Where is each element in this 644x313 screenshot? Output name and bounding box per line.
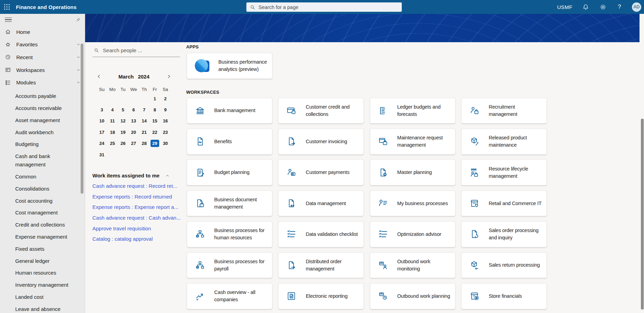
- chevron-down-icon[interactable]: [76, 55, 81, 59]
- page-search-box[interactable]: [246, 2, 402, 12]
- tile-data-management[interactable]: Data management: [278, 191, 364, 217]
- tile-customer-invoicing[interactable]: Customer invoicing: [278, 129, 364, 155]
- calendar-day[interactable]: 6: [128, 104, 139, 115]
- tile-electronic-reporting[interactable]: Electronic reporting: [278, 283, 364, 309]
- tile-cash-overview-all-companies[interactable]: Cash overview - all companies: [187, 283, 272, 309]
- page-search-input[interactable]: [258, 4, 398, 10]
- chevron-down-icon[interactable]: [76, 42, 81, 47]
- settings-gear-icon[interactable]: [599, 0, 607, 14]
- tile-maintenance-request-management[interactable]: Maintenance request management: [370, 129, 455, 155]
- tile-business-document-management[interactable]: Business document management: [187, 191, 272, 217]
- sidebar-item-workspaces[interactable]: Workspaces: [0, 64, 85, 76]
- user-avatar[interactable]: AD: [632, 2, 641, 12]
- tile-outbound-work-monitoring[interactable]: Outbound work monitoring: [370, 252, 455, 278]
- sidebar-item-recent[interactable]: Recent: [0, 51, 85, 64]
- sidebar-module-accounts-receivable[interactable]: Accounts receivable: [0, 102, 85, 114]
- calendar-day[interactable]: 13: [128, 116, 139, 127]
- calendar-next-month-button[interactable]: [162, 74, 171, 79]
- calendar-day[interactable]: 16: [160, 116, 171, 127]
- calendar-day[interactable]: 20: [128, 127, 139, 138]
- calendar-day[interactable]: 18: [107, 127, 118, 138]
- tile-ledger-budgets-and-forecasts[interactable]: Ledger budgets and forecasts: [370, 98, 455, 124]
- app-launcher-waffle-icon[interactable]: [0, 0, 14, 14]
- tile-distributed-order-management[interactable]: Distributed order management: [278, 252, 364, 278]
- calendar-month[interactable]: March: [118, 74, 134, 80]
- sidebar-module-expense-management[interactable]: Expense management: [0, 231, 85, 243]
- sidebar-module-consolidations[interactable]: Consolidations: [0, 183, 85, 195]
- tile-recruitment-management[interactable]: Recruitment management: [461, 98, 547, 124]
- calendar-day[interactable]: 17: [97, 127, 107, 138]
- pin-icon[interactable]: [75, 17, 81, 22]
- calendar-day[interactable]: 10: [97, 116, 107, 127]
- tile-business-performance-analytics-preview[interactable]: Business performance analytics (preview): [187, 53, 272, 79]
- sidebar-module-leave-and-absence[interactable]: Leave and absence: [0, 303, 85, 313]
- tile-released-product-maintenance[interactable]: Released product maintenance: [461, 129, 547, 155]
- tile-customer-payments[interactable]: Customer payments: [278, 159, 364, 185]
- calendar-day[interactable]: 4: [107, 104, 118, 115]
- tile-my-business-processes[interactable]: My business processes: [370, 191, 455, 217]
- work-item-link[interactable]: Expense reports : Expense report a...: [92, 202, 187, 213]
- calendar-day[interactable]: 15: [149, 116, 160, 127]
- calendar-day[interactable]: 5: [118, 104, 128, 115]
- hamburger-menu-icon[interactable]: [5, 18, 12, 22]
- calendar-day[interactable]: 14: [139, 116, 149, 127]
- calendar-day[interactable]: 9: [160, 104, 171, 115]
- calendar-day[interactable]: 25: [107, 138, 118, 149]
- calendar-day[interactable]: 11: [107, 116, 118, 127]
- work-item-link[interactable]: Catalog : catalog approval: [92, 233, 187, 244]
- tile-business-processes-for-payroll[interactable]: Business processes for payroll: [187, 252, 272, 278]
- calendar-day[interactable]: 7: [139, 104, 149, 115]
- page-scrollbar[interactable]: [641, 119, 644, 310]
- tile-bank-management[interactable]: Bank management: [187, 98, 272, 124]
- work-item-link[interactable]: Expense reports : Record returned: [92, 191, 187, 202]
- tile-retail-and-commerce-it[interactable]: Retail and Commerce IT: [461, 191, 547, 217]
- tile-outbound-work-planning[interactable]: Outbound work planning: [370, 283, 455, 309]
- sidebar-module-audit-workbench[interactable]: Audit workbench: [0, 126, 85, 138]
- work-item-link[interactable]: Approve travel requisition: [92, 223, 187, 234]
- sidebar-module-accounts-payable[interactable]: Accounts payable: [0, 90, 85, 102]
- sidebar-item-home[interactable]: Home: [0, 26, 85, 38]
- sidebar-item-modules[interactable]: Modules: [0, 76, 85, 89]
- sidebar-module-landed-cost[interactable]: Landed cost: [0, 291, 85, 303]
- calendar-day[interactable]: 2: [160, 93, 171, 104]
- tile-sales-order-processing-and-inquiry[interactable]: Sales order processing and inquiry: [461, 221, 547, 247]
- people-search-input[interactable]: [102, 47, 180, 54]
- calendar-day[interactable]: 3: [97, 104, 107, 115]
- tile-business-processes-for-human-resources[interactable]: Business processes for human resources: [187, 221, 272, 247]
- calendar-day[interactable]: 27: [128, 138, 139, 149]
- sidebar-module-budgeting[interactable]: Budgeting: [0, 138, 85, 150]
- sidebar-module-human-resources[interactable]: Human resources: [0, 267, 85, 279]
- people-search-box[interactable]: [92, 46, 180, 57]
- sidebar-module-common[interactable]: Common: [0, 171, 85, 183]
- tile-sales-return-processing[interactable]: Sales return processing: [461, 252, 547, 278]
- tile-store-financials[interactable]: Store financials: [461, 283, 547, 309]
- notifications-bell-icon[interactable]: [581, 0, 590, 14]
- company-picker[interactable]: USMF: [557, 4, 572, 10]
- tile-resource-lifecycle-management[interactable]: Resource lifecycle management: [461, 159, 547, 185]
- chevron-down-icon[interactable]: [76, 68, 81, 72]
- tile-budget-planning[interactable]: Budget planning: [187, 159, 272, 185]
- calendar-prev-month-button[interactable]: [97, 74, 106, 79]
- calendar-day[interactable]: 19: [118, 127, 128, 138]
- tile-data-validation-checklist[interactable]: Data validation checklist: [278, 221, 364, 247]
- calendar-day[interactable]: 23: [160, 127, 171, 138]
- sidebar-item-favorites[interactable]: Favorites: [0, 38, 85, 51]
- help-icon[interactable]: ?: [616, 0, 623, 14]
- calendar-day[interactable]: 12: [118, 116, 128, 127]
- sidebar-module-fixed-assets[interactable]: Fixed assets: [0, 243, 85, 255]
- tile-customer-credit-and-collections[interactable]: Customer credit and collections: [278, 98, 364, 124]
- sidebar-module-general-ledger[interactable]: General ledger: [0, 255, 85, 267]
- work-item-link[interactable]: Cash advance request : Cash advan...: [92, 212, 187, 223]
- calendar-day[interactable]: 31: [97, 149, 107, 160]
- chevron-up-icon[interactable]: [165, 173, 170, 178]
- calendar-day[interactable]: 28: [139, 138, 149, 149]
- sidebar-module-cost-management[interactable]: Cost management: [0, 207, 85, 219]
- tile-benefits[interactable]: Benefits: [187, 129, 272, 155]
- sidebar-module-cost-accounting[interactable]: Cost accounting: [0, 195, 85, 207]
- sidebar-module-cash-and-bank-management[interactable]: Cash and bank management: [0, 150, 85, 171]
- calendar-day[interactable]: 30: [160, 138, 171, 149]
- calendar-day[interactable]: 21: [139, 127, 149, 138]
- sidebar-scrollbar[interactable]: [81, 44, 83, 194]
- calendar-day-selected[interactable]: 29: [149, 138, 160, 149]
- calendar-day[interactable]: 1: [149, 93, 160, 104]
